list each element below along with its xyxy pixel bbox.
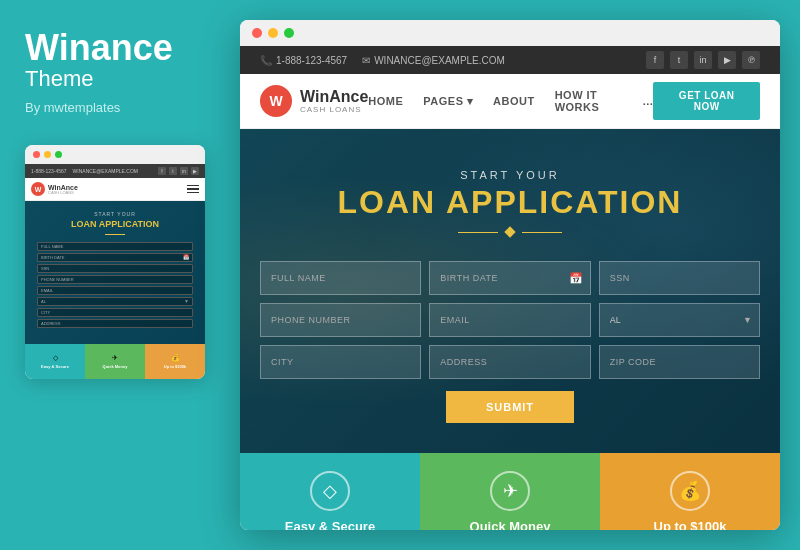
mini-input-email: EMAIL (37, 286, 193, 295)
nav-logo-text-block: WinAnce CASH LOANS (300, 89, 368, 114)
hero-pretitle: START YOUR (260, 169, 760, 181)
mini-form-row-6: AL ▼ (33, 297, 197, 306)
ornament-line-right (522, 232, 562, 233)
mini-card-100k-icon: 💰 (171, 354, 180, 362)
form-row-2: AL AK CA ▼ (260, 303, 760, 337)
mini-form-row-4: PHONE NUMBER (33, 275, 197, 284)
mini-navbar: W WinAnce CASH LOANS (25, 178, 205, 201)
email-icon: ✉ (362, 55, 370, 66)
mini-social-in: in (180, 167, 188, 175)
nav-more[interactable]: ... (643, 95, 654, 107)
mini-input-birthdate: BIRTH DATE 📅 (37, 253, 193, 262)
mini-social-f: f (158, 167, 166, 175)
social-facebook[interactable]: f (646, 51, 664, 69)
form-field-phone (260, 303, 421, 337)
topbar-left: 📞 1-888-123-4567 ✉ WINANCE@EXAMPLE.COM (260, 55, 505, 66)
feature-card-100k: 💰 Up to $100k Nam liber tempor cum solut… (600, 453, 780, 530)
input-phone[interactable] (260, 303, 421, 337)
site-nav: W WinAnce CASH LOANS HOME PAGES ▾ ABOUT … (240, 74, 780, 129)
mini-form-row-1: FULL NAME (33, 242, 197, 251)
form-field-zip (599, 345, 760, 379)
money-icon: 💰 (670, 471, 710, 511)
quick-icon: ✈ (490, 471, 530, 511)
mini-email: WINANCE@EXAMPLE.COM (73, 168, 138, 174)
hero-content: START YOUR LOAN APPLICATION 📅 (260, 169, 760, 423)
calendar-icon: 📅 (569, 272, 583, 285)
form-row-3 (260, 345, 760, 379)
form-row-1: 📅 (260, 261, 760, 295)
form-field-address (429, 345, 590, 379)
social-twitter[interactable]: t (670, 51, 688, 69)
mini-topbar: 1-888-123-4567 WINANCE@EXAMPLE.COM f t i… (25, 164, 205, 178)
100k-title: Up to $100k (654, 519, 727, 530)
brand-title: Winance (25, 30, 205, 66)
browser-chrome-bar (240, 20, 780, 46)
mini-form-row-7: CITY (33, 308, 197, 317)
input-address[interactable] (429, 345, 590, 379)
get-loan-button[interactable]: GET LOAN NOW (653, 82, 760, 120)
topbar-right: f t in ▶ ℗ (646, 51, 760, 69)
mini-form: FULL NAME BIRTH DATE 📅 SSN PHONE NUMBER … (33, 238, 197, 334)
main-browser: 📞 1-888-123-4567 ✉ WINANCE@EXAMPLE.COM f… (240, 20, 780, 530)
loan-form: 📅 AL AK (260, 261, 760, 423)
mini-browser-bar (25, 145, 205, 164)
nav-home[interactable]: HOME (368, 95, 403, 107)
form-field-city (260, 345, 421, 379)
topbar-email: ✉ WINANCE@EXAMPLE.COM (362, 55, 505, 66)
input-ssn[interactable] (599, 261, 760, 295)
input-city[interactable] (260, 345, 421, 379)
form-field-fullname (260, 261, 421, 295)
site-hero: START YOUR LOAN APPLICATION 📅 (240, 129, 780, 453)
mini-card-100k: 💰 Up to $100k (145, 344, 205, 379)
nav-logo-icon: W (260, 85, 292, 117)
brand-subtitle: Theme (25, 66, 205, 92)
dot-red (252, 28, 262, 38)
social-linkedin[interactable]: in (694, 51, 712, 69)
easy-title: Easy & Secure (285, 519, 375, 530)
brand-author: By mwtemplates (25, 100, 205, 115)
dot-yellow (268, 28, 278, 38)
feature-cards: ◇ Easy & Secure Lorem ipsum dolor sit am… (240, 453, 780, 530)
nav-how-it-works[interactable]: HOW IT WORKS (555, 89, 623, 113)
topbar-phone: 📞 1-888-123-4567 (260, 55, 347, 66)
select-state[interactable]: AL AK CA (599, 303, 760, 337)
mini-card-quick-title: Quick Money (103, 364, 128, 369)
left-panel: Winance Theme By mwtemplates 1-888-123-4… (0, 0, 230, 550)
nav-logo: W WinAnce CASH LOANS (260, 85, 368, 117)
mini-input-phone: PHONE NUMBER (37, 275, 193, 284)
nav-about[interactable]: ABOUT (493, 95, 535, 107)
mini-topbar-left: 1-888-123-4567 WINANCE@EXAMPLE.COM (31, 168, 138, 174)
mini-card-easy-icon: ◇ (53, 354, 58, 362)
feature-card-quick: ✈ Quick Money Mirum est notare quam litt… (420, 453, 600, 530)
easy-icon: ◇ (310, 471, 350, 511)
mini-dot-green (55, 151, 62, 158)
social-pinterest[interactable]: ℗ (742, 51, 760, 69)
social-youtube[interactable]: ▶ (718, 51, 736, 69)
mini-dot-red (33, 151, 40, 158)
input-fullname[interactable] (260, 261, 421, 295)
mini-feature-cards: ◇ Easy & Secure ✈ Quick Money 💰 Up to $1… (25, 344, 205, 379)
feature-card-easy: ◇ Easy & Secure Lorem ipsum dolor sit am… (240, 453, 420, 530)
nav-pages[interactable]: PAGES ▾ (423, 95, 473, 108)
input-zip[interactable] (599, 345, 760, 379)
mini-card-quick: ✈ Quick Money (85, 344, 145, 379)
mini-input-address: ADDRESS (37, 319, 193, 328)
mini-card-100k-title: Up to $100k (164, 364, 186, 369)
hero-title: LOAN APPLICATION (260, 185, 760, 220)
mini-topbar-right: f t in ▶ (158, 167, 199, 175)
nav-links: HOME PAGES ▾ ABOUT HOW IT WORKS ... (368, 89, 653, 113)
form-field-state: AL AK CA ▼ (599, 303, 760, 337)
mini-form-row-2: BIRTH DATE 📅 (33, 253, 197, 262)
submit-row: SUBMIT (260, 391, 760, 423)
input-email[interactable] (429, 303, 590, 337)
submit-button[interactable]: SUBMIT (446, 391, 574, 423)
mini-input-city: CITY (37, 308, 193, 317)
mini-input-ssn: SSN (37, 264, 193, 273)
hero-ornament (260, 228, 760, 236)
mini-card-easy: ◇ Easy & Secure (25, 344, 85, 379)
ornament-line-left (458, 232, 498, 233)
mini-form-row-5: EMAIL (33, 286, 197, 295)
mini-phone: 1-888-123-4567 (31, 168, 67, 174)
mini-input-state: AL ▼ (37, 297, 193, 306)
input-birthdate[interactable] (429, 261, 590, 295)
